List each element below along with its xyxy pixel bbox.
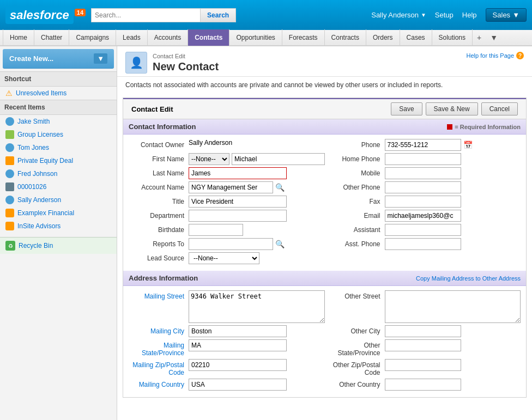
assistant-input[interactable] xyxy=(385,224,461,236)
recent-item-label: Private Equity Deal xyxy=(17,157,73,165)
reports-to-input[interactable] xyxy=(189,238,273,250)
first-name-input[interactable] xyxy=(232,153,325,165)
search-button[interactable]: Search xyxy=(200,8,236,22)
nav-leads[interactable]: Leads xyxy=(116,29,148,46)
home-phone-input[interactable] xyxy=(385,153,461,165)
nav-contacts[interactable]: Contacts xyxy=(188,29,229,46)
save-button[interactable]: Save xyxy=(391,102,422,115)
recycle-bin[interactable]: ♻ Recycle Bin xyxy=(0,237,117,254)
required-indicator xyxy=(447,124,452,130)
recent-insite[interactable]: InSite Advisors xyxy=(0,220,117,233)
shortcut-section: Shortcut xyxy=(0,71,117,87)
assistant-col: Assistant xyxy=(325,224,521,236)
recent-group-licenses[interactable]: Group Licenses xyxy=(0,128,117,141)
other-state-input-group xyxy=(385,339,521,351)
save-new-button[interactable]: Save & New xyxy=(426,102,478,115)
mobile-input[interactable] xyxy=(385,167,461,179)
person-icon xyxy=(5,143,14,152)
copy-mailing-link[interactable]: Copy Mailing Address to Other Address xyxy=(416,275,521,282)
recent-item-label: InSite Advisors xyxy=(17,222,61,230)
lead-source-select[interactable]: --None-- Web Phone Inquiry Partner Refer… xyxy=(189,252,259,264)
nav-accounts[interactable]: Accounts xyxy=(148,29,188,46)
user-menu[interactable]: Sally Anderson ▼ xyxy=(371,11,426,19)
account-lookup-icon[interactable]: 🔍 xyxy=(275,183,285,192)
app-selector[interactable]: Sales ▼ xyxy=(486,8,527,22)
other-zip-input[interactable] xyxy=(385,359,461,371)
other-street-input-group xyxy=(385,290,521,323)
zip-row: Mailing Zip/Postal Code Other Zip/Postal… xyxy=(129,359,521,376)
mailing-state-input[interactable] xyxy=(189,339,287,351)
phone-input[interactable] xyxy=(385,139,461,151)
mailing-country-col: Mailing Country xyxy=(129,379,325,391)
sidebar: Create New... ▼ Shortcut ⚠ Unresolved It… xyxy=(0,46,117,420)
firstname-label: First Name xyxy=(129,153,189,163)
calendar-icon[interactable]: 📅 xyxy=(463,141,473,149)
asst-phone-input[interactable] xyxy=(385,238,461,250)
nav-contracts[interactable]: Contracts xyxy=(325,29,366,46)
recent-jake-smith[interactable]: Jake Smith xyxy=(0,115,117,128)
nav-cases[interactable]: Cases xyxy=(400,29,432,46)
mailing-zip-input[interactable] xyxy=(189,359,287,371)
recent-fred-johnson[interactable]: Fred Johnson xyxy=(0,167,117,180)
setup-link[interactable]: Setup xyxy=(435,11,454,19)
nav-orders[interactable]: Orders xyxy=(366,29,400,46)
account-name-input[interactable] xyxy=(189,181,273,193)
email-input[interactable] xyxy=(385,210,461,222)
search-input[interactable] xyxy=(91,8,200,22)
nav-opportunities[interactable]: Opportunities xyxy=(229,29,282,46)
cancel-button[interactable]: Cancel xyxy=(481,102,518,115)
mailing-street-input-group: 9346 Walker Street xyxy=(189,290,325,323)
phone-col: Phone 📅 xyxy=(325,139,521,151)
other-state-col: Other State/Province xyxy=(325,339,521,357)
user-name: Sally Anderson xyxy=(371,11,419,19)
fax-input[interactable] xyxy=(385,196,461,208)
insite-icon xyxy=(5,222,14,230)
birthdate-input-group xyxy=(189,224,325,236)
mailing-city-input[interactable] xyxy=(189,325,287,337)
other-zip-label: Other Zip/Postal Code xyxy=(325,359,385,376)
birthdate-col: Birthdate xyxy=(129,224,325,236)
create-new-button[interactable]: Create New... ▼ xyxy=(3,49,114,69)
sidebar-unresolved[interactable]: ⚠ Unresolved Items xyxy=(0,87,117,100)
other-city-col: Other City xyxy=(325,325,521,337)
nav-forecasts[interactable]: Forecasts xyxy=(282,29,325,46)
nav-chatter[interactable]: Chatter xyxy=(34,29,69,46)
help-page-link[interactable]: Help for this Page ? xyxy=(467,52,524,59)
recent-private-equity[interactable]: Private Equity Deal xyxy=(0,154,117,167)
asstphone-label: Asst. Phone xyxy=(325,238,385,248)
nav-campaigns[interactable]: Campaigns xyxy=(69,29,116,46)
leadsource-row: Lead Source --None-- Web Phone Inquiry P… xyxy=(129,252,521,264)
otherphone-label: Other Phone xyxy=(325,181,385,191)
mailing-country-input[interactable] xyxy=(189,379,287,391)
recent-examplex[interactable]: Examplex Financial xyxy=(0,206,117,220)
otherphone-col: Other Phone xyxy=(325,181,521,193)
other-state-input[interactable] xyxy=(385,339,461,351)
nav-home[interactable]: Home xyxy=(3,29,34,46)
other-street-textarea[interactable] xyxy=(385,290,521,323)
birthdate-input[interactable] xyxy=(189,224,243,236)
action-bar: Contact Edit Save Save & New Cancel xyxy=(123,98,526,119)
help-link[interactable]: Help xyxy=(462,11,477,19)
reports-to-lookup-icon[interactable]: 🔍 xyxy=(275,240,285,248)
department-input[interactable] xyxy=(189,210,287,222)
nav-add-icon[interactable]: + xyxy=(473,31,486,44)
title-input-group xyxy=(189,196,325,208)
mailing-street-textarea[interactable]: 9346 Walker Street xyxy=(189,290,325,323)
firstname-input-group: --None-- Mr. Ms. Mrs. Dr. Prof. xyxy=(189,153,325,165)
other-zip-col: Other Zip/Postal Code xyxy=(325,359,521,376)
page-title-area: Contact Edit New Contact xyxy=(153,53,219,73)
title-input[interactable] xyxy=(189,196,287,208)
other-city-input[interactable] xyxy=(385,325,461,337)
recent-item-label: Tom Jones xyxy=(17,144,49,151)
birthdate-label: Birthdate xyxy=(129,224,189,234)
recent-tom-jones[interactable]: Tom Jones xyxy=(0,141,117,154)
other-phone-input[interactable] xyxy=(385,181,461,193)
other-country-col: Other Country xyxy=(325,379,521,391)
other-country-input[interactable] xyxy=(385,379,461,391)
recent-00001026[interactable]: 00001026 xyxy=(0,180,117,193)
salutation-select[interactable]: --None-- Mr. Ms. Mrs. Dr. Prof. xyxy=(189,153,229,165)
nav-solutions[interactable]: Solutions xyxy=(432,29,473,46)
nav-more-icon[interactable]: ▼ xyxy=(486,31,502,44)
last-name-input[interactable] xyxy=(189,167,287,179)
recent-sally-anderson[interactable]: Sally Anderson xyxy=(0,193,117,206)
